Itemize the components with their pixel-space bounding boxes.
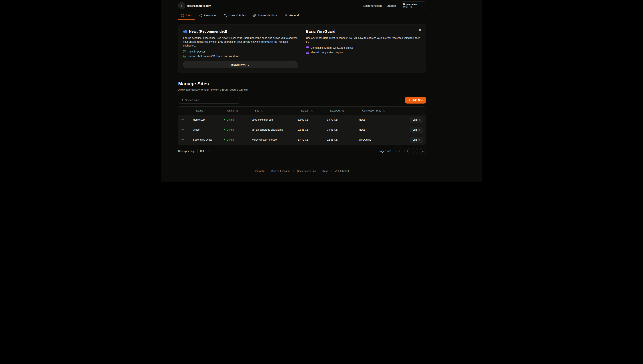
- wireguard-description: Use any WireGuard client to connect. You…: [306, 36, 421, 44]
- previous-page-button[interactable]: [404, 148, 410, 154]
- pagination: Page 1 of 1: [379, 148, 426, 154]
- documentation-link[interactable]: Documentation: [363, 4, 382, 7]
- table-row: Secondary Office Online wordy-western-mo…: [178, 134, 426, 144]
- ellipsis-icon: [181, 118, 184, 121]
- column-header-data-out[interactable]: Data Out: [324, 109, 356, 112]
- column-header-data-in[interactable]: Data In: [295, 109, 324, 112]
- page-title: Manage Sites: [178, 81, 426, 87]
- footer-divider: |: [331, 170, 332, 172]
- edit-label: Edit: [412, 128, 417, 131]
- next-page-button[interactable]: [412, 148, 418, 154]
- status-cell: Online: [221, 118, 249, 121]
- sort-icon: [261, 110, 263, 112]
- first-page-button[interactable]: [396, 148, 402, 154]
- column-header-connection-type[interactable]: Connection Type: [356, 109, 396, 112]
- footer-divider: |: [319, 170, 319, 172]
- edit-site-button[interactable]: Edit: [410, 127, 423, 133]
- footer-built-by-link[interactable]: Built by Fossorial: [271, 170, 290, 172]
- tab-users-roles[interactable]: Users & Roles: [221, 11, 249, 20]
- search-input[interactable]: [185, 99, 238, 102]
- chevrons-up-down-icon: [421, 4, 423, 7]
- status-badge: Online: [227, 128, 234, 131]
- footer-open-source-label: Open Source: [297, 170, 312, 172]
- column-header-name[interactable]: Name: [190, 109, 221, 112]
- server-icon: [306, 46, 309, 49]
- row-menu-button[interactable]: [180, 117, 185, 122]
- search-icon: [180, 99, 183, 102]
- site-name: Home Lab: [190, 118, 221, 121]
- tab-resources[interactable]: Resources: [196, 11, 220, 20]
- avatar[interactable]: j: [178, 2, 185, 9]
- server-icon: [306, 51, 309, 54]
- tab-general[interactable]: General: [282, 11, 302, 20]
- arrow-right-icon: [418, 128, 420, 131]
- ellipsis-icon: [181, 128, 184, 131]
- top-bar: j joe@example.com Documentation Support …: [161, 0, 482, 11]
- grid-icon: [181, 14, 184, 17]
- sort-icon: [236, 110, 238, 112]
- last-page-button[interactable]: [420, 148, 426, 154]
- status-badge: Online: [227, 118, 234, 121]
- org-selector-label: Organization: [403, 3, 417, 6]
- main-nav-tabs: Sites Resources Users & Roles Shareable …: [161, 11, 482, 20]
- ellipsis-icon: [181, 138, 184, 141]
- users-icon: [224, 14, 227, 17]
- footer-docs-link[interactable]: Docs: [322, 170, 328, 172]
- site-id: apt-acrochordus-granulatus: [249, 128, 295, 131]
- column-header-data-out-label: Data Out: [330, 109, 340, 112]
- row-menu-button[interactable]: [180, 137, 185, 142]
- data-in: 33.72 GB: [295, 138, 324, 141]
- add-site-label: Add Site: [412, 99, 423, 102]
- footer-open-source-link[interactable]: Open Source: [297, 170, 316, 172]
- data-out: 73.91 GB: [324, 128, 356, 131]
- column-header-name-label: Name: [196, 109, 203, 112]
- column-header-site[interactable]: Site: [249, 109, 295, 112]
- edit-site-button[interactable]: Edit: [410, 137, 423, 143]
- org-selector-text: Organization Main Lab: [403, 3, 417, 8]
- server-icon: [183, 55, 186, 58]
- github-icon: [313, 170, 316, 172]
- edit-label: Edit: [412, 118, 417, 121]
- tab-users-roles-label: Users & Roles: [229, 14, 246, 17]
- sort-icon: [342, 110, 344, 112]
- online-dot: [224, 139, 225, 140]
- table-row: Office Online apt-acrochordus-granulatus…: [178, 124, 426, 134]
- chevron-down-icon: [205, 150, 207, 152]
- column-header-site-label: Site: [255, 109, 259, 112]
- wireguard-title: Basic WireGuard: [306, 30, 335, 34]
- online-dot: [224, 119, 225, 120]
- column-header-online-label: Online: [227, 109, 234, 112]
- newt-features: Runs in Docker Runs in shell on macOS, L…: [183, 50, 298, 58]
- chevron-left-icon: [406, 150, 409, 152]
- column-header-data-in-label: Data In: [301, 109, 309, 112]
- table-controls: Add Site: [178, 97, 426, 104]
- newt-feature: Runs in Docker: [183, 50, 298, 53]
- close-card-button[interactable]: [418, 28, 422, 32]
- newt-column: Newt (Recommended) For the best user exp…: [183, 30, 298, 68]
- support-link[interactable]: Support: [386, 4, 396, 7]
- page-subtitle: Allow connectivity to your network throu…: [178, 88, 426, 91]
- sort-icon: [383, 110, 385, 112]
- rows-per-page-select[interactable]: 100: [197, 148, 209, 154]
- wireguard-feature: Manual configuration required: [306, 51, 421, 54]
- connection-type: Newt: [356, 118, 396, 121]
- wireguard-features: Compatible with all WireGuard clients Ma…: [306, 46, 421, 54]
- share-nodes-icon: [199, 14, 202, 17]
- edit-site-button[interactable]: Edit: [410, 117, 423, 123]
- org-selector[interactable]: Organization Main Lab: [401, 2, 426, 10]
- tab-sites[interactable]: Sites: [178, 11, 194, 20]
- site-name: Office: [190, 128, 221, 131]
- row-menu-button[interactable]: [180, 127, 185, 132]
- connection-type: WireGuard: [356, 138, 396, 141]
- install-newt-button[interactable]: Install Newt: [183, 61, 298, 68]
- page-footer: Pangolin | Built by Fossorial | Open Sou…: [178, 170, 426, 180]
- sort-icon: [311, 110, 313, 112]
- tab-shareable-links[interactable]: Shareable Links: [250, 11, 280, 20]
- add-site-button[interactable]: Add Site: [405, 97, 426, 104]
- user-info: j joe@example.com: [178, 2, 211, 9]
- table-header-row: Name Online Site Data In Data Out Connec…: [178, 106, 426, 114]
- footer-brand-link[interactable]: Pangolin: [255, 170, 265, 172]
- column-header-online[interactable]: Online: [221, 109, 249, 112]
- connection-type: Newt: [356, 128, 396, 131]
- avatar-initial: j: [181, 4, 182, 7]
